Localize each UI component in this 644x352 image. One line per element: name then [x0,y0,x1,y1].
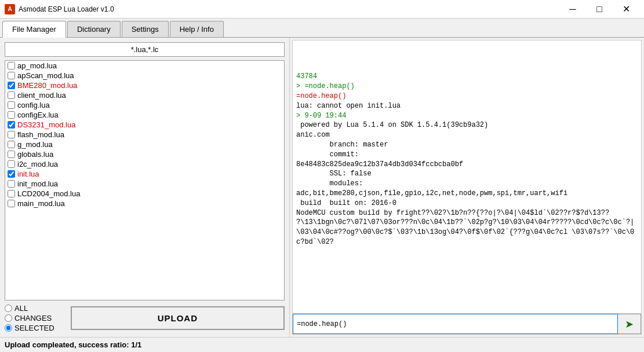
file-checkbox[interactable] [8,111,15,119]
radio-group: ALL CHANGES SELECTED [5,304,54,332]
left-panel: ap_mod.luaapScan_mod.luaBME280_mod.luacl… [0,38,290,337]
console-line: 8e48483c825dea9c12b37a4db3d034fccbcba0bf [296,160,638,170]
titlebar-left: A Asmodat ESP Lua Loader v1.0 [5,4,114,14]
titlebar-title: Asmodat ESP Lua Loader v1.0 [19,5,114,13]
file-checkbox[interactable] [8,190,15,197]
upload-button[interactable]: UPLOAD [71,306,285,330]
file-item: main_mod.lua [5,199,284,208]
console-line: build built on: 2016-0 [296,199,638,208]
file-checkbox[interactable] [8,141,15,148]
file-name: client_mod.lua [17,91,66,100]
file-checkbox[interactable] [8,200,15,207]
right-panel: 43784> =node.heap()=node.heap()lua: cann… [292,40,642,335]
file-item: globals.lua [5,149,284,159]
file-checkbox[interactable] [8,91,15,99]
tabbar: File Manager Dictionary Settings Help / … [0,19,644,38]
file-name: globals.lua [17,150,53,159]
radio-selected[interactable]: SELECTED [5,324,54,332]
send-button[interactable]: ➤ [618,314,641,334]
file-name: LCD2004_mod.lua [17,189,80,198]
console-line: modules: [296,179,638,189]
console-input[interactable] [293,314,618,334]
console-line: NodeMCU custom build by fright??\02?\1b?… [296,208,638,218]
tab-dictionary[interactable]: Dictionary [67,21,121,37]
radio-changes-label: CHANGES [14,314,52,322]
file-checkbox[interactable] [8,151,15,158]
file-name: init.lua [17,170,39,178]
console-line: anic.com [296,130,638,140]
file-name: configEx.lua [17,111,59,119]
titlebar: A Asmodat ESP Lua Loader v1.0 ─ □ ✕ [0,0,644,19]
maximize-button[interactable]: □ [586,0,613,19]
file-name: config.lua [17,101,50,109]
minimize-button[interactable]: ─ [559,0,586,19]
console-line: commit: [296,150,638,160]
file-checkbox[interactable] [8,121,15,129]
file-checkbox[interactable] [8,62,15,69]
radio-all-input[interactable] [5,305,12,312]
file-name: g_mod.lua [17,140,53,149]
console-line: =node.heap() [296,91,638,101]
console-line: ?\13\1bgn\0c?\07l\07\03or???n\0c\04\1b??… [296,218,638,247]
file-name: init_mod.lua [17,179,58,188]
radio-changes[interactable]: CHANGES [5,314,54,322]
file-item: ap_mod.lua [5,61,284,71]
tab-help-info[interactable]: Help / Info [170,21,224,37]
file-list: ap_mod.luaapScan_mod.luaBME280_mod.luacl… [5,60,285,300]
file-item: DS3231_mod.lua [5,120,284,130]
file-checkbox[interactable] [8,101,15,109]
close-button[interactable]: ✕ [613,0,639,19]
file-name: DS3231_mod.lua [17,120,75,129]
file-checkbox[interactable] [8,180,15,188]
main-content: ap_mod.luaapScan_mod.luaBME280_mod.luacl… [0,38,644,337]
file-item: client_mod.lua [5,90,284,100]
file-name: i2c_mod.lua [17,160,58,168]
radio-selected-input[interactable] [5,324,12,332]
bottom-controls: ALL CHANGES SELECTED UPLOAD [5,304,285,332]
file-checkbox[interactable] [8,160,15,168]
file-checkbox[interactable] [8,82,15,89]
app-icon: A [5,4,15,14]
filter-input[interactable] [5,42,285,57]
file-name: main_mod.lua [17,199,65,208]
console-line: > =node.heap() [296,82,638,91]
console-line: branch: master [296,140,638,150]
file-item: BME280_mod.lua [5,80,284,90]
radio-changes-input[interactable] [5,314,12,322]
file-item: config.lua [5,100,284,110]
file-name: apScan_mod.lua [17,71,74,80]
file-checkbox[interactable] [8,131,15,138]
file-name: flash_mod.lua [17,130,64,139]
tab-file-manager[interactable]: File Manager [2,21,66,38]
tab-settings[interactable]: Settings [122,21,169,37]
titlebar-controls: ─ □ ✕ [559,0,639,19]
file-item: init.lua [5,169,284,179]
file-item: flash_mod.lua [5,130,284,140]
send-icon: ➤ [625,318,634,331]
console-output: 43784> =node.heap()=node.heap()lua: cann… [293,41,641,313]
file-item: g_mod.lua [5,140,284,149]
file-item: init_mod.lua [5,179,284,189]
file-item: apScan_mod.lua [5,71,284,80]
radio-all-label: ALL [14,304,28,313]
file-checkbox[interactable] [8,72,15,79]
statusbar: Upload compleated, success ratio: 1/1 [0,337,644,352]
console-line: adc,bit,bme280,cjson,file,gpio,i2c,net,n… [296,189,638,199]
console-line: 43784 [296,72,638,82]
radio-all[interactable]: ALL [5,304,54,313]
file-item: i2c_mod.lua [5,159,284,169]
file-item: configEx.lua [5,110,284,120]
console-line: lua: cannot open init.lua [296,101,638,111]
file-checkbox[interactable] [8,170,15,178]
console-line: SSL: false [296,169,638,179]
console-input-row: ➤ [293,313,641,334]
file-name: ap_mod.lua [17,61,57,70]
radio-selected-label: SELECTED [14,324,54,332]
file-name: BME280_mod.lua [17,81,77,90]
console-line: > 9-09 19:44 [296,111,638,121]
file-item: LCD2004_mod.lua [5,189,284,199]
console-line: powered by Lua 5.1.4 on SDK 1.5.4.1(39cb… [296,120,638,130]
status-text: Upload compleated, success ratio: 1/1 [5,340,141,349]
